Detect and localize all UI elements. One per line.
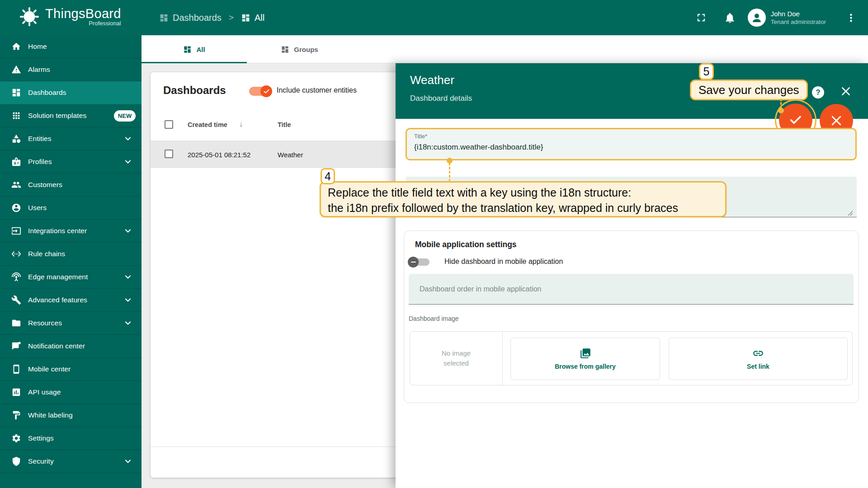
sidebar-item-security[interactable]: Security: [0, 450, 142, 473]
include-toggle-knob[interactable]: [260, 85, 272, 97]
browse-button-label: Browse from gallery: [555, 363, 616, 370]
person-circle-icon: [11, 203, 21, 213]
shapes-icon: [11, 134, 21, 144]
tab-groups[interactable]: Groups: [247, 35, 352, 63]
antenna-icon: [11, 272, 21, 282]
sidebar-item-dashboards[interactable]: Dashboards: [0, 81, 142, 104]
sidebar-item-label: Users: [28, 204, 47, 212]
title-field: Title*: [406, 128, 857, 160]
sidebar-item-label: Mobile center: [28, 365, 71, 373]
sidebar-item-settings[interactable]: Settings: [0, 427, 142, 450]
include-toggle-label: Include customer entities: [277, 86, 357, 94]
user-name: John Doe: [771, 9, 826, 18]
sidebar-item-label: API usage: [28, 388, 61, 396]
step-4-text-line1: Replace the title field text with a key …: [328, 185, 718, 200]
app-name: ThingsBoard: [45, 7, 121, 20]
column-header-title[interactable]: Title: [278, 121, 291, 128]
close-icon[interactable]: [840, 85, 852, 97]
set-link-button[interactable]: Set link: [669, 338, 848, 380]
sidebar-item-integrations-center[interactable]: Integrations center: [0, 220, 142, 243]
sidebar-item-white-labeling[interactable]: White labeling: [0, 404, 142, 427]
tab-all[interactable]: All: [142, 35, 247, 63]
sidebar-item-api-usage[interactable]: API usage: [0, 381, 142, 404]
step-4-badge: 4: [321, 168, 335, 184]
sidebar-item-entities[interactable]: Entities: [0, 127, 142, 150]
breadcrumb-label: Dashboards: [173, 13, 222, 23]
column-header-created-time[interactable]: Created time: [188, 121, 227, 128]
sidebar-item-label: Home: [28, 42, 47, 51]
user-role: Tenant administrator: [771, 18, 826, 26]
sidebar-item-resources[interactable]: Resources: [0, 312, 142, 335]
browse-from-gallery-button[interactable]: Browse from gallery: [510, 338, 660, 380]
sidebar-item-solution-templates[interactable]: Solution templates NEW: [0, 104, 142, 127]
help-icon[interactable]: ?: [812, 86, 824, 99]
fullscreen-icon[interactable]: [695, 11, 708, 24]
cell-title: Weather: [278, 151, 303, 159]
breadcrumb-dashboards[interactable]: Dashboards: [159, 13, 222, 23]
sidebar-item-advanced-features[interactable]: Advanced features: [0, 289, 142, 312]
sidebar-item-label: Profiles: [28, 158, 52, 166]
hide-toggle-label: Hide dashboard in mobile application: [444, 258, 563, 266]
chevron-down-icon: [123, 296, 132, 305]
people-icon: [11, 180, 21, 190]
notifications-bell-icon[interactable]: [724, 12, 736, 24]
resize-handle-icon[interactable]: [848, 211, 853, 216]
sidebar-item-label: White labeling: [28, 411, 73, 419]
minus-glyph: [411, 262, 416, 263]
dashboard-title-input[interactable]: [414, 143, 844, 152]
user-info[interactable]: John Doe Tenant administrator: [771, 9, 826, 26]
chevron-down-icon: [123, 272, 132, 282]
sidebar-item-notification-center[interactable]: Notification center: [0, 335, 142, 358]
no-image-text: No image selected: [434, 348, 479, 368]
hide-toggle-knob[interactable]: [408, 257, 419, 267]
mobile-order-input[interactable]: [409, 274, 854, 305]
gear-icon: [11, 433, 21, 443]
dashboard-icon: [281, 45, 289, 54]
sidebar-item-label: Resources: [28, 319, 62, 327]
rule-chain-icon: [11, 249, 21, 259]
breadcrumb-separator: >: [229, 13, 234, 23]
dashboard-icon: [11, 88, 21, 98]
sidebar-item-profiles[interactable]: Profiles: [0, 150, 142, 174]
avatar[interactable]: [748, 9, 766, 27]
drawer-subtitle: Dashboard details: [410, 94, 472, 103]
step-5-callout: Save your changes: [690, 80, 808, 100]
breadcrumb-label: All: [255, 13, 264, 23]
sidebar-item-users[interactable]: Users: [0, 197, 142, 220]
app-header: ThingsBoard Professional Dashboards > Al…: [0, 0, 868, 35]
row-checkbox[interactable]: [165, 150, 173, 158]
app-logo[interactable]: ThingsBoard Professional: [19, 6, 121, 27]
sidebar-item-label: Solution templates: [28, 112, 86, 120]
sidebar-item-rule-chains[interactable]: Rule chains: [0, 243, 142, 266]
integration-input-icon: [11, 226, 21, 236]
apps-grid-icon: [11, 111, 21, 121]
tab-label: Groups: [294, 46, 318, 53]
dashboard-icon: [241, 13, 250, 23]
select-all-checkbox[interactable]: [165, 120, 173, 129]
sort-desc-arrow-icon[interactable]: ↓: [239, 120, 243, 128]
new-badge: NEW: [114, 110, 136, 122]
sidebar-item-customers[interactable]: Customers: [0, 174, 142, 197]
folder-icon: [11, 318, 21, 328]
no-image-placeholder: No image selected: [410, 332, 503, 385]
sidebar-item-label: Advanced features: [28, 296, 87, 304]
sidebar-item-home[interactable]: Home: [0, 35, 142, 58]
mobile-application-settings-card: Mobile application settings Hide dashboa…: [404, 230, 859, 403]
sidebar-item-label: Security: [28, 457, 54, 465]
chevron-down-icon: [123, 319, 132, 328]
active-tab-underline: [142, 62, 247, 63]
step-5-badge: 5: [699, 63, 714, 80]
home-icon: [11, 42, 21, 52]
warning-icon: [11, 65, 21, 75]
sidebar-item-label: Customers: [28, 181, 62, 189]
sidebar-item-edge-management[interactable]: Edge management: [0, 266, 142, 289]
step-5-connector-line: [780, 99, 782, 108]
step-4-callout: Replace the title field text with a key …: [320, 181, 726, 217]
more-vert-icon[interactable]: [845, 12, 857, 24]
step-4-text-line2: the i18n prefix followed by the translat…: [328, 200, 718, 216]
sidebar-item-mobile-center[interactable]: Mobile center: [0, 358, 142, 381]
mobile-settings-heading: Mobile application settings: [415, 240, 517, 249]
sidebar-item-alarms[interactable]: Alarms: [0, 58, 142, 81]
app-edition: Professional: [45, 20, 121, 27]
breadcrumb: Dashboards > All: [159, 0, 264, 35]
